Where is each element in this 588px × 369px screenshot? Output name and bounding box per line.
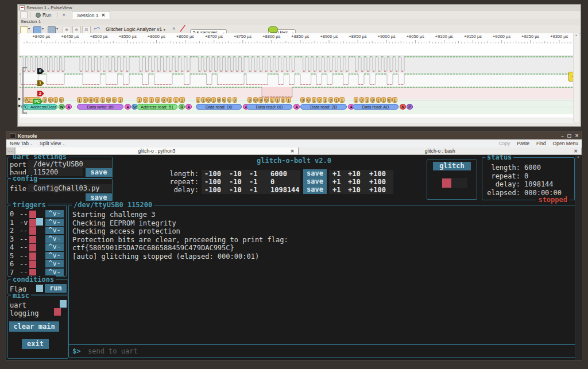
- trigger-edit-button-3[interactable]: ^v-: [45, 235, 64, 243]
- terminal-tab-1[interactable]: glitch-o : python3✕: [15, 147, 299, 155]
- toolbar-new-tab[interactable]: New Tab⌄: [10, 141, 33, 146]
- port-field[interactable]: /dev/ttyUSB0: [28, 160, 112, 168]
- tab-session-1[interactable]: Session 1 ✕: [72, 11, 110, 19]
- exit-button[interactable]: exit: [22, 339, 49, 349]
- show-cursors-icon[interactable]: ⌐¬: [94, 25, 99, 32]
- trigger-edit-button-7[interactable]: ^v-: [45, 269, 64, 276]
- open-file-icon[interactable]: [33, 26, 41, 32]
- open-file-dropdown-icon[interactable]: ▾: [42, 26, 44, 30]
- close-icon[interactable]: ✕: [575, 133, 579, 138]
- i2c-bit-annotation: 0: [247, 97, 252, 103]
- toolbar-paste[interactable]: Paste: [517, 141, 529, 146]
- probe-icon[interactable]: ╱: [180, 25, 185, 32]
- trigger-active-indicator-1[interactable]: [36, 218, 43, 226]
- config-file-field[interactable]: ConfigChall03.py: [28, 184, 112, 192]
- trigger-edit-button-2[interactable]: ^v-: [45, 227, 64, 234]
- trigger-edit-button-5[interactable]: ^v-: [45, 252, 64, 259]
- decrement-minus-100[interactable]: -100: [204, 178, 221, 186]
- new-file-icon[interactable]: [20, 26, 28, 32]
- time-ruler[interactable]: +8400 µs+8450 µs+8500 µs+8550 µs+8600 µs…: [20, 33, 577, 44]
- save-delay-button[interactable]: save: [303, 185, 327, 194]
- input-prompt: $>: [72, 347, 80, 355]
- zoom-fit-button[interactable]: ⊡: [82, 26, 91, 34]
- decoder-row-expand-icon[interactable]: ▶: [18, 96, 21, 100]
- save-file-icon[interactable]: [48, 26, 56, 32]
- waveform-area[interactable]: ▶▶I²C: Bits0010I²C: Address/DataWA100010…: [20, 44, 577, 115]
- trigger-edit-button-1[interactable]: ^v-: [45, 219, 64, 226]
- pulseview-toolbar: ▾ ▾ ▾ ⊕ ⊖ ⊡ ⌐¬ Glitcher Logic Analyzer v…: [18, 25, 581, 34]
- ruler-tick-label: +9050 µs: [401, 34, 429, 39]
- trigger-indicator-1[interactable]: [29, 219, 36, 227]
- new-file-dropdown-icon[interactable]: ▾: [28, 26, 30, 30]
- ruler-tick-label: +8500 µs: [85, 34, 113, 39]
- trigger-indicator-3[interactable]: [29, 236, 36, 243]
- uart-toggle-indicator[interactable]: [60, 300, 67, 308]
- decoder-select[interactable]: Glitcher Logic Analyzer v1 ▾: [106, 26, 165, 33]
- tab-list-button[interactable]: ⌄⌄: [6, 147, 15, 155]
- increment-plus-10[interactable]: +10: [348, 186, 361, 194]
- toolbar-open-menu[interactable]: Open Menu: [553, 141, 578, 146]
- maximize-icon[interactable]: ▢: [567, 133, 572, 138]
- clear-main-button[interactable]: clear main: [9, 321, 59, 332]
- flag-condition-indicator[interactable]: [36, 285, 43, 292]
- run-button[interactable]: Run: [33, 11, 55, 18]
- tab-close-icon[interactable]: ✕: [101, 13, 105, 18]
- glitch-armed-indicator[interactable]: [442, 178, 451, 188]
- decoder-wand-icon[interactable]: ✶: [62, 12, 67, 18]
- i2c-bit-annotation: 1: [392, 97, 397, 103]
- trigger-edit-button-0[interactable]: ^v-: [45, 210, 64, 217]
- decrement-minus-10[interactable]: -10: [229, 186, 242, 194]
- i2c-bit-annotation: 1: [286, 97, 291, 103]
- decrement-minus-1[interactable]: -1: [249, 186, 257, 194]
- console-line: Protection bits are clear, proceeding to…: [72, 236, 288, 244]
- zoom-in-button[interactable]: ⊕: [63, 26, 71, 34]
- terminal[interactable]: uart settings port: /dev/ttyUSB0 baud: 1…: [7, 155, 577, 360]
- horizontal-scrollbar[interactable]: [20, 118, 574, 123]
- vertical-scrollbar[interactable]: ▲: [573, 33, 579, 122]
- increment-plus-100[interactable]: +100: [369, 186, 386, 194]
- trigger-edit-button-6[interactable]: ^v-: [45, 260, 64, 267]
- run-condition-button[interactable]: run: [45, 284, 67, 293]
- save-file-dropdown-icon[interactable]: ▾: [56, 26, 58, 30]
- toolbar-find[interactable]: Find: [536, 141, 546, 146]
- konsole-tabbar: ⌄⌄ glitch-o : python3✕glitch-o : bash✕: [6, 147, 582, 155]
- decrement-minus-100[interactable]: -100: [204, 186, 221, 194]
- logging-toggle-indicator[interactable]: [54, 308, 61, 316]
- trigger-indicator-6[interactable]: [29, 261, 36, 268]
- decrement-minus-10[interactable]: -10: [229, 170, 242, 178]
- terminal-tab-2[interactable]: glitch-o : bash✕: [299, 147, 582, 155]
- trigger-indicator-0[interactable]: [29, 211, 36, 218]
- decoder-add-icon[interactable]: ✶: [172, 26, 176, 32]
- toolbar-copy[interactable]: Copy: [498, 141, 510, 146]
- run-icon: [36, 13, 41, 18]
- trigger-indicator-5[interactable]: [29, 253, 36, 260]
- trigger-indicator-2[interactable]: [29, 227, 36, 235]
- konsole-titlebar[interactable]: Konsole –▢✕: [6, 132, 582, 139]
- glitch-button[interactable]: glitch: [433, 162, 471, 170]
- increment-plus-10[interactable]: +10: [348, 170, 361, 178]
- decrement-minus-1[interactable]: -1: [249, 170, 257, 178]
- increment-plus-100[interactable]: +100: [369, 170, 386, 178]
- uart-save-button[interactable]: save: [86, 168, 112, 177]
- trigger-indicator-4[interactable]: [29, 244, 36, 251]
- increment-plus-1[interactable]: +1: [332, 170, 341, 178]
- trigger-edit-button-4[interactable]: ^v-: [45, 243, 64, 251]
- terminal-scrollbar[interactable]: ▲: [575, 155, 581, 360]
- decrement-minus-100[interactable]: -100: [204, 170, 221, 178]
- new-session-button[interactable]: [20, 11, 28, 18]
- save-length-button[interactable]: save: [303, 169, 327, 178]
- tab-close-icon[interactable]: ✕: [574, 149, 578, 154]
- toolbar-split-view[interactable]: Split View⌄: [40, 141, 65, 146]
- increment-plus-100[interactable]: +100: [369, 178, 386, 186]
- tab-close-icon[interactable]: ✕: [291, 149, 295, 154]
- save-repeat-button[interactable]: save: [303, 177, 327, 186]
- decrement-minus-10[interactable]: -10: [229, 178, 242, 186]
- increment-plus-1[interactable]: +1: [332, 186, 341, 194]
- decoder-row-expand-icon[interactable]: ▶: [18, 103, 21, 107]
- increment-plus-10[interactable]: +10: [348, 178, 361, 186]
- zoom-out-button[interactable]: ⊖: [72, 26, 81, 34]
- minimize-icon[interactable]: –: [561, 133, 563, 138]
- decrement-minus-1[interactable]: -1: [249, 178, 257, 186]
- uart-input-row[interactable]: $> send to uart: [69, 344, 575, 357]
- increment-plus-1[interactable]: +1: [332, 178, 341, 186]
